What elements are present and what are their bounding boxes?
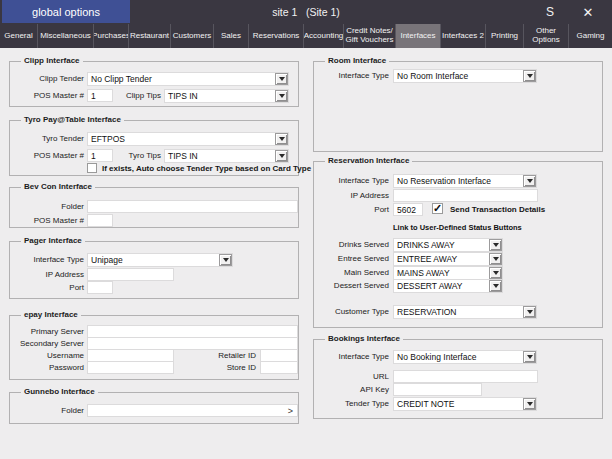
- tab-miscellaneous[interactable]: Miscellaneous: [37, 24, 93, 48]
- bevcon-folder-input[interactable]: [87, 200, 298, 213]
- group-title: Clipp Interface: [21, 56, 83, 66]
- tab-general[interactable]: General: [0, 24, 37, 48]
- tyro-tips-label: Tyro Tips: [100, 150, 161, 162]
- auto-choose-tender-label: If exists, Auto choose Tender Type based…: [102, 163, 311, 175]
- tyro-tips-select[interactable]: TIPS IN: [164, 149, 289, 163]
- browse-chevron-icon[interactable]: >: [288, 405, 293, 417]
- customer-type-select[interactable]: RESERVATION: [393, 305, 537, 319]
- reservation-port-input[interactable]: [393, 203, 423, 216]
- reservation-port-label: Port: [314, 204, 389, 216]
- s-button[interactable]: S: [540, 0, 560, 24]
- dropdown-arrow-icon[interactable]: [275, 133, 288, 145]
- dessert-served-value: DESSERT AWAY: [394, 280, 489, 292]
- pager-interface-type-select[interactable]: Unipage: [87, 253, 233, 267]
- dropdown-arrow-icon[interactable]: [275, 150, 288, 162]
- global-options-button[interactable]: global options: [2, 0, 130, 23]
- tyro-paytable-interface-group: Tyro Pay@Table Interface Tyro Tender EFT…: [9, 120, 299, 176]
- status-buttons-heading: Link to User-Defined Status Buttons: [393, 223, 522, 232]
- entree-served-value: ENTREE AWAY: [394, 253, 489, 265]
- main-served-select[interactable]: MAINS AWAY: [393, 266, 503, 280]
- group-title: Room Interface: [325, 56, 389, 66]
- dropdown-arrow-icon[interactable]: [523, 70, 536, 82]
- epay-store-id-input[interactable]: [260, 361, 298, 374]
- tyro-tender-value: EFTPOS: [88, 133, 275, 145]
- epay-password-input[interactable]: [87, 361, 174, 374]
- bookings-interface-group: Bookings Interface Interface Type No Boo…: [313, 339, 603, 419]
- drinks-served-value: DRINKS AWAY: [394, 239, 489, 251]
- bevcon-pos-master-label: POS Master #: [10, 215, 84, 227]
- group-title: Bookings Interface: [325, 334, 403, 344]
- tab-other-options[interactable]: Other Options: [523, 24, 568, 48]
- bevcon-pos-master-input[interactable]: [87, 214, 113, 227]
- dropdown-arrow-icon[interactable]: [219, 254, 232, 266]
- room-interface-type-select[interactable]: No Room Interface: [393, 69, 537, 83]
- tab-restaurant[interactable]: Restaurant: [128, 24, 170, 48]
- dropdown-arrow-icon[interactable]: [275, 90, 288, 102]
- tab-interfaces-2[interactable]: Interfaces 2: [440, 24, 485, 48]
- dropdown-arrow-icon[interactable]: [489, 239, 502, 251]
- clipp-tips-value: TIPS IN: [165, 90, 275, 102]
- tab-credit-notes-gift-vouchers[interactable]: Credit Notes/ Gift Vouchers: [343, 24, 395, 48]
- tab-purchases[interactable]: Purchases: [93, 24, 128, 48]
- bookings-api-key-label: API Key: [314, 384, 389, 396]
- drinks-served-select[interactable]: DRINKS AWAY: [393, 238, 503, 252]
- clipp-tips-select[interactable]: TIPS IN: [164, 89, 289, 103]
- bev-con-interface-group: Bev Con Interface Folder POS Master #: [9, 187, 299, 228]
- group-title: epay Interface: [21, 310, 81, 320]
- customer-type-label: Customer Type: [314, 306, 389, 318]
- bookings-tender-type-select[interactable]: CREDIT NOTE: [393, 397, 537, 411]
- pager-port-input[interactable]: [87, 281, 113, 294]
- dropdown-arrow-icon[interactable]: [523, 398, 536, 410]
- epay-password-label: Password: [10, 362, 84, 374]
- epay-primary-server-label: Primary Server: [10, 326, 84, 338]
- main-served-value: MAINS AWAY: [394, 267, 489, 279]
- reservation-ip-input[interactable]: [393, 189, 538, 202]
- global-options-window: global options site 1 (Site 1) S ✕ Gener…: [0, 0, 612, 459]
- pager-ip-label: IP Address: [10, 269, 84, 281]
- tab-interfaces[interactable]: Interfaces: [395, 24, 440, 48]
- reservation-interface-type-select[interactable]: No Reservation Interface: [393, 174, 537, 188]
- dessert-served-select[interactable]: DESSERT AWAY: [393, 279, 503, 293]
- dropdown-arrow-icon[interactable]: [489, 267, 502, 279]
- close-icon[interactable]: ✕: [576, 0, 600, 24]
- group-title: Tyro Pay@Table Interface: [21, 115, 124, 125]
- tab-printing[interactable]: Printing: [485, 24, 523, 48]
- dropdown-arrow-icon[interactable]: [523, 306, 536, 318]
- tab-gaming[interactable]: Gaming: [568, 24, 612, 48]
- group-title: Gunnebo Interface: [21, 387, 98, 397]
- tab-sales[interactable]: Sales: [213, 24, 248, 48]
- send-transaction-details-checkbox[interactable]: ✓: [432, 203, 443, 214]
- gunnebo-folder-input[interactable]: >: [87, 404, 298, 417]
- dropdown-arrow-icon[interactable]: [489, 280, 502, 292]
- customer-type-value: RESERVATION: [394, 306, 523, 318]
- pager-interface-type-value: Unipage: [88, 254, 219, 266]
- clipp-pos-master-label: POS Master #: [10, 90, 84, 102]
- clipp-tender-value: No Clipp Tender: [88, 73, 275, 85]
- tyro-tender-select[interactable]: EFTPOS: [87, 132, 289, 146]
- dropdown-arrow-icon[interactable]: [275, 73, 288, 85]
- main-served-label: Main Served: [314, 267, 389, 279]
- dropdown-arrow-icon[interactable]: [489, 253, 502, 265]
- tab-customers[interactable]: Customers: [170, 24, 213, 48]
- interfaces-tab-content: Clipp Interface Clipp Tender No Clipp Te…: [0, 48, 612, 459]
- tyro-tips-value: TIPS IN: [165, 150, 275, 162]
- bookings-api-key-input[interactable]: [393, 383, 482, 396]
- dropdown-arrow-icon[interactable]: [523, 175, 536, 187]
- bookings-tender-type-value: CREDIT NOTE: [394, 398, 523, 410]
- dropdown-arrow-icon[interactable]: [523, 351, 536, 363]
- entree-served-label: Entree Served: [314, 253, 389, 265]
- clipp-tips-label: Clipp Tips: [100, 90, 161, 102]
- entree-served-select[interactable]: ENTREE AWAY: [393, 252, 503, 266]
- pager-ip-input[interactable]: [87, 268, 174, 281]
- epay-secondary-server-label: Secondary Server: [10, 338, 84, 350]
- reservation-interface-type-label: Interface Type: [314, 175, 389, 187]
- tab-accounting[interactable]: Accounting: [303, 24, 343, 48]
- tab-reservations[interactable]: Reservations: [248, 24, 303, 48]
- bookings-interface-type-select[interactable]: No Booking Interface: [393, 350, 537, 364]
- bookings-tender-type-label: Tender Type: [314, 398, 389, 410]
- bookings-interface-type-value: No Booking Interface: [394, 351, 523, 363]
- pager-interface-type-label: Interface Type: [10, 254, 84, 266]
- bookings-url-input[interactable]: [393, 370, 538, 383]
- auto-choose-tender-checkbox[interactable]: [87, 163, 97, 173]
- clipp-tender-select[interactable]: No Clipp Tender: [87, 72, 289, 86]
